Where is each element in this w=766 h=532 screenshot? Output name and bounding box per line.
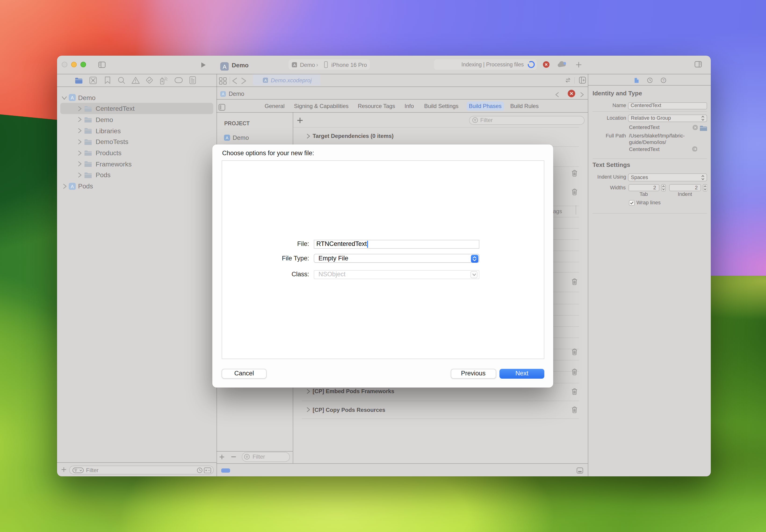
svg-text:A: A (293, 63, 295, 67)
svg-text:A: A (225, 136, 228, 140)
svg-text:?: ? (662, 78, 664, 82)
svg-text:A: A (222, 92, 224, 96)
svg-text:A: A (222, 63, 226, 70)
svg-text:A: A (70, 184, 74, 189)
svg-text:A: A (70, 95, 74, 100)
svg-text:A: A (264, 78, 266, 82)
